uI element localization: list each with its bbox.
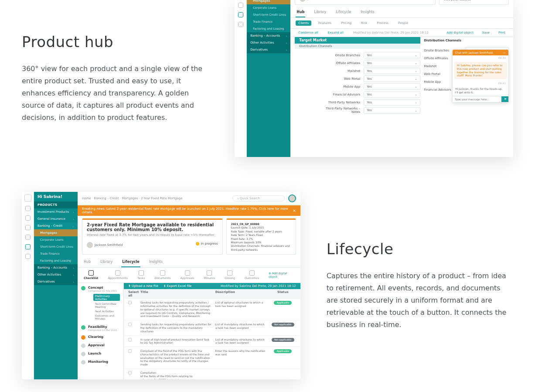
timeline-stage[interactable]: ConceptCompleted 01 Feb 2021Preliminary … — [81, 286, 120, 321]
timeline-stage[interactable]: Clearing — [81, 335, 120, 340]
sidebar-item-other[interactable]: Other Activities› — [34, 271, 78, 278]
tab-lifecycle[interactable]: Lifecycle — [335, 7, 352, 17]
sidebar-item-banking-accounts[interactable]: Banking – Accounts› — [34, 264, 78, 271]
sidebar-item-derivatives[interactable]: Derivatives› — [34, 278, 78, 285]
timeline-substep[interactable]: Next Activities — [95, 310, 120, 313]
news-banner[interactable]: Breaking news: Latest 2-year residential… — [78, 205, 300, 216]
sidebar-item-mortgages[interactable]: Mortgages — [34, 229, 78, 236]
chat-minimize-icon[interactable]: — — [503, 51, 506, 54]
tab-lifecycle[interactable]: Lifecycle — [121, 257, 140, 267]
sidebar-item-banking-credit[interactable]: Banking – Credit⌄ — [34, 222, 78, 229]
tab-hub[interactable]: Hub — [296, 7, 305, 17]
export-excel-button[interactable]: ⬇ Export Excel file — [164, 284, 192, 288]
close-icon[interactable]: × — [293, 208, 296, 213]
user-icon[interactable] — [25, 254, 31, 259]
timeline-substep[interactable]: Tech Committee Meeting — [95, 302, 120, 308]
checklist-row[interactable]: Sending tasks for requesting preparatory… — [124, 299, 300, 320]
field-select[interactable]: Yes — [364, 91, 420, 98]
add-object-button[interactable]: ⊕ Add digital object — [269, 272, 294, 279]
sidebar-item-trade-finance[interactable]: Trade Finance — [247, 18, 290, 25]
chart-icon[interactable] — [238, 12, 243, 17]
icontab-tasks[interactable]: Tasks — [137, 270, 145, 280]
sidebar-item-factoring[interactable]: Factoring and Leasing — [34, 257, 78, 264]
section-target-market[interactable]: Target Market — [295, 37, 420, 44]
home-icon[interactable] — [25, 206, 31, 211]
subtab-risk[interactable]: Risk — [358, 20, 370, 26]
sidebar-item-derivatives[interactable]: Derivatives› — [247, 46, 290, 53]
sidebar-item-trade-finance[interactable]: Trade Finance — [34, 250, 78, 257]
search-icon[interactable] — [25, 225, 31, 230]
icontab-checklist[interactable]: Checklist — [84, 270, 98, 280]
icontab-outcomes[interactable]: Outcomes — [245, 270, 259, 280]
checklist-row[interactable]: Compliant of the field of the POG form w… — [124, 347, 300, 369]
icontab-approvals[interactable]: Approvals — [180, 270, 194, 280]
timeline-substep[interactable]: Preliminary Activities — [93, 294, 120, 301]
tab-library[interactable]: Library — [99, 257, 113, 267]
search-icon[interactable] — [238, 3, 243, 8]
checklist-row[interactable]: Sending tasks for requesting preparatory… — [124, 320, 300, 335]
chart-icon[interactable] — [25, 244, 31, 249]
eye-icon[interactable] — [25, 235, 31, 240]
checklist-row[interactable]: Compilation of the fields of the POG for… — [124, 369, 300, 379]
subtab-process[interactable]: Process — [374, 20, 391, 26]
user-icon[interactable] — [238, 22, 243, 27]
save-button[interactable]: Save — [480, 30, 492, 35]
sidebar-item-factoring[interactable]: Factoring and Leasing — [247, 25, 290, 32]
field-select[interactable]: Yes — [364, 107, 420, 114]
sidebar-item-investment[interactable]: Investment Products› — [34, 208, 78, 215]
row-checkbox[interactable] — [128, 371, 132, 375]
sidebar-item-other[interactable]: Other Activities› — [247, 39, 290, 46]
field-select[interactable]: Yes — [364, 60, 420, 66]
icontab-minutes[interactable]: Minutes — [204, 270, 215, 280]
timeline-stage[interactable]: FeasibilityCompleted 12 Mar 2021 — [81, 325, 120, 331]
sidebar-item-short-term[interactable]: Short-term Credit Lines — [247, 11, 290, 18]
tab-insights[interactable]: Insights — [148, 257, 164, 267]
chat-panel[interactable]: Chat with Jackson Smithfield — 09:30 Hi … — [452, 49, 509, 102]
subtab-features[interactable]: Features — [316, 20, 334, 26]
sidebar-item-short-term[interactable]: Short-term Credit Lines — [34, 243, 78, 250]
timeline-stage[interactable]: Launch — [81, 351, 120, 356]
tab-insights[interactable]: Insights — [360, 7, 375, 17]
field-select[interactable]: Yes — [364, 68, 420, 74]
breadcrumb[interactable]: Home · Banking – Credit · Mortgages · 2-… — [82, 197, 182, 200]
field-select[interactable]: Yes — [364, 52, 420, 58]
timeline-stage[interactable]: Approval — [81, 343, 120, 348]
sidebar-item-banking-accounts[interactable]: Banking – Accounts› — [247, 32, 290, 39]
product-card: 2-year Fixed Rate Mortgage available to … — [82, 218, 223, 255]
condense-all-button[interactable]: Condense all — [296, 30, 320, 35]
field-select[interactable]: Yes — [364, 75, 420, 82]
row-checkbox[interactable] — [128, 338, 132, 341]
icontab-documents[interactable]: Documents — [154, 270, 170, 280]
sidebar-item-corporate-loans[interactable]: Corporate Loans — [34, 236, 78, 243]
upload-file-button[interactable]: ⬆ Upload a new file — [128, 284, 158, 288]
timeline-substep[interactable]: Outcomes and Minutes — [95, 314, 120, 320]
sidebar-item-insurance[interactable]: General Insurance› — [34, 215, 78, 222]
row-checkbox[interactable] — [128, 349, 132, 353]
tab-library[interactable]: Library — [313, 7, 327, 17]
icontab-appointments[interactable]: Appointments — [108, 270, 128, 280]
row-checkbox[interactable] — [128, 323, 132, 326]
field-select[interactable]: Yes — [364, 83, 420, 90]
print-button[interactable]: Print — [496, 30, 508, 35]
col-select[interactable]: Select all — [128, 290, 137, 297]
chat-input[interactable] — [453, 96, 501, 102]
product-hub-body: 360° view for each product and a single … — [22, 63, 208, 124]
search-input[interactable]: ⌕ Quick Search — [232, 195, 285, 201]
icontab-closing[interactable]: Closing — [225, 270, 235, 280]
subtab-clients[interactable]: Clients — [296, 20, 311, 26]
sidebar-item-mortgages[interactable]: Mortgages — [247, 0, 290, 4]
timeline-stage[interactable]: Monitoring — [81, 360, 120, 365]
sidebar-item-corporate-loans[interactable]: Corporate Loans — [247, 4, 290, 11]
field-select[interactable]: Yes — [364, 99, 420, 106]
chat-send-button[interactable]: ➤ — [501, 96, 508, 102]
product-title: 2-year Fixed Rate Mortgage available to … — [87, 222, 218, 232]
tab-hub[interactable]: Hub — [83, 257, 92, 267]
expand-all-button[interactable]: Expand all — [325, 30, 346, 35]
checklist-row[interactable]: In case of high level of product innovat… — [124, 336, 300, 348]
layers-icon[interactable] — [25, 215, 31, 221]
subtab-pricing[interactable]: Pricing — [338, 20, 354, 26]
add-object-button[interactable]: Add digital object — [444, 30, 476, 35]
user-avatar[interactable] — [288, 194, 296, 202]
row-checkbox[interactable] — [128, 301, 132, 304]
subtab-people[interactable]: People — [395, 20, 411, 26]
